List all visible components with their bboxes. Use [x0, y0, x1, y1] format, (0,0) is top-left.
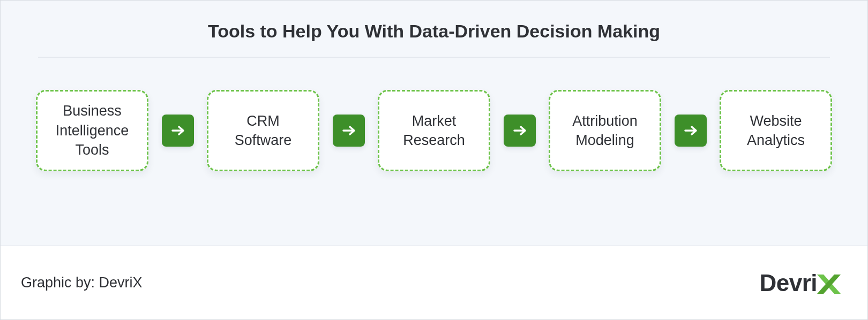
flow-row: Business Intelligence Tools CRM Software… [33, 90, 835, 171]
diagram-title: Tools to Help You With Data-Driven Decis… [33, 21, 835, 42]
flow-card: Website Analytics [720, 90, 832, 171]
logo-x-icon [814, 269, 844, 299]
flow-card: CRM Software [207, 90, 319, 171]
arrow-right-icon [675, 115, 707, 147]
logo-text: Devri [759, 270, 817, 296]
credit-text: Graphic by: DevriX [21, 275, 143, 291]
devrix-logo: Devri [759, 268, 844, 298]
divider [38, 57, 830, 58]
arrow-right-icon [333, 115, 365, 147]
flow-card: Attribution Modeling [549, 90, 661, 171]
arrow-right-icon [162, 115, 194, 147]
diagram-frame: Tools to Help You With Data-Driven Decis… [0, 0, 868, 320]
flow-card: Business Intelligence Tools [36, 90, 148, 171]
arrow-right-icon [504, 115, 536, 147]
flow-card: Market Research [378, 90, 490, 171]
diagram-footer: Graphic by: DevriX Devri [1, 246, 867, 319]
diagram-upper: Tools to Help You With Data-Driven Decis… [1, 1, 867, 246]
